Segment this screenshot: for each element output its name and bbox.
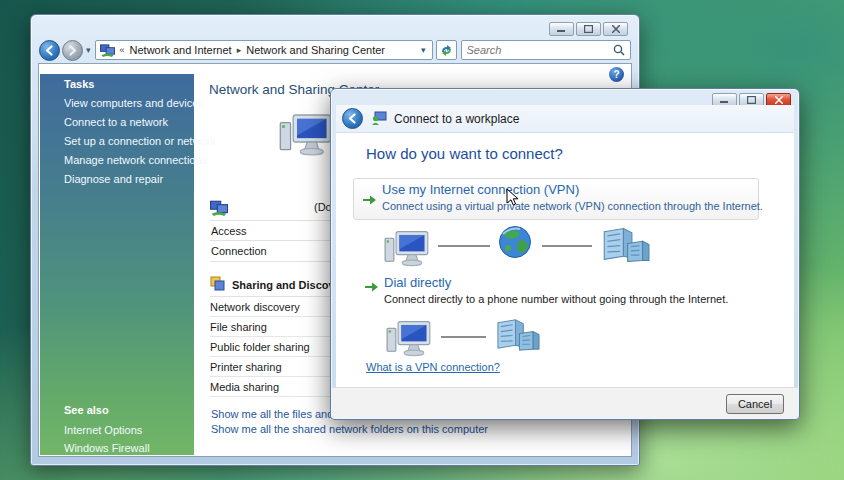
breadcrumb-separator-icon: ▸ xyxy=(237,45,242,55)
window-controls xyxy=(549,22,628,36)
vpn-info-link[interactable]: What is a VPN connection? xyxy=(366,361,500,373)
go-arrow-icon xyxy=(364,279,379,295)
search-box xyxy=(461,40,631,60)
sidebar-item-setup-connection[interactable]: Set up a connection or network xyxy=(64,135,216,147)
breadcrumb: « Network and Internet ▸ Network and Sha… xyxy=(95,40,433,60)
refresh-button[interactable] xyxy=(436,40,457,60)
maximize-icon xyxy=(584,25,593,33)
option-dial[interactable]: Dial directly Connect directly to a phon… xyxy=(353,275,759,315)
network-mini-icon xyxy=(210,199,228,216)
connector-line xyxy=(438,245,490,247)
refresh-icon xyxy=(440,44,453,57)
see-also-header: See also xyxy=(64,404,109,416)
sidebar-item-view-computers[interactable]: View computers and devices xyxy=(64,97,204,109)
close-icon xyxy=(612,25,620,33)
globe-icon xyxy=(498,225,534,261)
sidebar-item-internet-options[interactable]: Internet Options xyxy=(64,424,142,436)
workplace-icon xyxy=(371,111,387,126)
wizard-back-button[interactable] xyxy=(342,108,363,129)
connection-row-label: Connection xyxy=(211,245,267,257)
option-dial-desc: Connect directly to a phone number witho… xyxy=(384,293,728,305)
go-arrow-icon xyxy=(362,192,377,208)
sharing-discovery-icon xyxy=(210,276,225,291)
wizard-title: Connect to a workplace xyxy=(394,112,519,126)
close-icon xyxy=(775,96,783,104)
nav-history-chevron[interactable]: ▾ xyxy=(86,45,91,55)
wizard-window: Connect to a workplace How do you want t… xyxy=(330,88,800,420)
option-vpn-title: Use my Internet connection (VPN) xyxy=(382,182,579,197)
breadcrumb-item-network-sharing-center[interactable]: Network and Sharing Center xyxy=(246,44,385,56)
search-input[interactable] xyxy=(467,44,613,56)
buildings-icon xyxy=(600,226,650,263)
minimize-button[interactable] xyxy=(549,22,574,36)
forward-button[interactable] xyxy=(62,40,83,61)
forward-arrow-icon xyxy=(67,45,78,56)
wizard-heading: How do you want to connect? xyxy=(366,145,563,162)
back-button[interactable] xyxy=(39,40,60,61)
tasks-header: Tasks xyxy=(64,78,94,90)
sidebar-item-windows-firewall[interactable]: Windows Firewall xyxy=(64,442,150,454)
computer-icon xyxy=(386,317,432,357)
back-arrow-icon xyxy=(347,113,358,124)
option-vpn[interactable]: Use my Internet connection (VPN) Connect… xyxy=(353,178,759,220)
cancel-button[interactable]: Cancel xyxy=(726,394,784,414)
breadcrumb-dropdown-icon[interactable]: ▾ xyxy=(419,45,428,55)
network-location-icon xyxy=(100,43,115,57)
help-icon[interactable]: ? xyxy=(609,67,624,82)
buildings-icon xyxy=(494,317,540,352)
connector-line xyxy=(542,245,592,247)
option-dial-title: Dial directly xyxy=(384,275,451,290)
wizard-footer: Cancel xyxy=(332,387,798,418)
computer-icon xyxy=(279,110,333,156)
breadcrumb-item-network-and-internet[interactable]: Network and Internet xyxy=(130,44,232,56)
search-icon xyxy=(613,44,625,56)
computer-icon xyxy=(384,227,430,267)
breadcrumb-overflow-chevron[interactable]: « xyxy=(120,45,125,55)
close-button[interactable] xyxy=(603,22,628,36)
maximize-icon xyxy=(747,96,756,104)
access-row-label: Access xyxy=(211,225,246,237)
minimize-icon xyxy=(720,97,729,104)
wizard-header: Connect to a workplace xyxy=(336,105,794,133)
sidebar-item-connect-network[interactable]: Connect to a network xyxy=(64,116,168,128)
tasks-sidebar: Tasks View computers and devices Connect… xyxy=(40,74,194,455)
maximize-button[interactable] xyxy=(576,22,601,36)
back-arrow-icon xyxy=(44,45,55,56)
minimize-icon xyxy=(557,26,566,33)
option-vpn-desc: Connect using a virtual private network … xyxy=(382,200,763,212)
link-show-shared-folders[interactable]: Show me all the shared network folders o… xyxy=(211,423,488,435)
mouse-cursor xyxy=(506,188,520,208)
address-bar: ▾ « Network and Internet ▸ Network and S… xyxy=(39,39,631,61)
sidebar-item-manage-connections[interactable]: Manage network connections xyxy=(64,154,207,166)
sidebar-item-diagnose-repair[interactable]: Diagnose and repair xyxy=(64,173,163,185)
wizard-body: How do you want to connect? Use my Inter… xyxy=(336,133,794,387)
connector-line xyxy=(441,336,486,338)
